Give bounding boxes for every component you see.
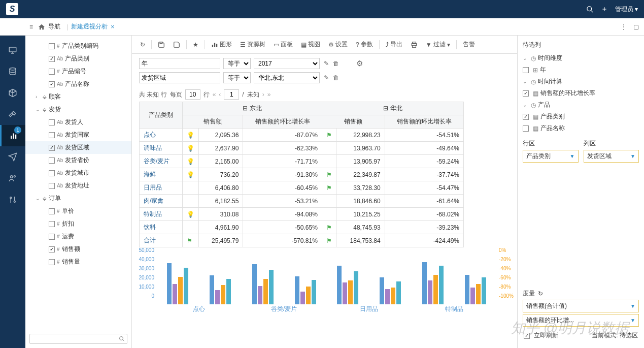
tree-search-input[interactable] [32, 335, 119, 342]
svg-point-9 [11, 176, 13, 178]
delete-icon[interactable]: 🗑 [333, 60, 339, 67]
pager-first-icon[interactable]: « [213, 91, 216, 98]
tree-item[interactable]: Ab产品名称 [25, 78, 131, 90]
edit-icon[interactable]: ✎ [324, 60, 329, 67]
tree-item[interactable]: Ab发货人 [25, 116, 131, 129]
tree-item[interactable]: #运费 [25, 230, 131, 243]
tree-item[interactable]: Ab产品类别 [25, 52, 131, 65]
pager-page-input[interactable] [224, 89, 239, 100]
delete-icon[interactable]: 🗑 [333, 74, 339, 81]
star-button[interactable]: ★ [190, 40, 201, 50]
sidebar-send-icon[interactable] [0, 146, 25, 168]
tree-item[interactable]: ›⬙顾客 [25, 90, 131, 103]
tree-item[interactable]: ⌄⬙订单 [25, 192, 131, 205]
alert-button[interactable]: 告警 [460, 39, 478, 50]
right-tree-item[interactable]: ▦销售额的环比增长率 [523, 87, 639, 99]
measure-item[interactable]: 销售额(合计值)▼ [523, 300, 639, 312]
filter1-op[interactable]: 等于 [223, 58, 251, 69]
filter2-value[interactable]: 华北,东北 [254, 72, 320, 83]
nav-link[interactable]: 导航 [48, 22, 60, 31]
print-button[interactable] [408, 40, 421, 50]
pager-perpage-input[interactable] [185, 89, 200, 100]
filter2-op[interactable]: 等于 [223, 72, 251, 83]
right-tree-item[interactable]: ⊞年 [523, 64, 639, 76]
tree-item[interactable]: ⌄⬙发货 [25, 103, 131, 116]
table-row: 饮料4,961.90-50.65%⚑48,745.93-39.23% [140, 221, 464, 234]
export-button[interactable]: ⤴导出 [383, 39, 405, 50]
sidebar-monitor-icon[interactable] [0, 40, 25, 61]
right-tree-item[interactable]: ▦产品类别 [523, 111, 639, 122]
tree-item[interactable]: #单价 [25, 205, 131, 217]
search-icon[interactable] [119, 336, 125, 342]
svg-line-1 [591, 10, 593, 12]
main-area: ↻ ★ 图形 ☰资源树 ▭面板 ▦视图 ⚙设置 ?参数 ⤴导出 ▼过滤 ▾ 告警… [132, 36, 517, 348]
col-zone-select[interactable]: 发货区域▼ [584, 150, 639, 163]
sidebar-users-icon[interactable] [0, 168, 25, 189]
logo: S [6, 3, 18, 15]
measure-item[interactable]: 销售额的环比增...▼ [523, 314, 639, 327]
sidebar-db-icon[interactable] [0, 61, 25, 82]
saveas-button[interactable] [170, 40, 183, 50]
tree-search[interactable] [29, 334, 127, 344]
home-icon[interactable] [38, 23, 45, 30]
sidebar-tools-icon[interactable] [0, 189, 25, 210]
panel-button[interactable]: ▭面板 [270, 39, 296, 50]
resource-tree-button[interactable]: ☰资源树 [237, 39, 268, 50]
search-icon[interactable] [586, 6, 594, 13]
menu-icon[interactable]: ≡ [29, 23, 33, 30]
data-table: 产品类别 ⊟ 东北 ⊟ 华北 销售额 销售额的环比增长率 销售额 销售额的环比增… [139, 102, 464, 247]
field-tree-panel: #产品类别编码Ab产品类别#产品编号Ab产品名称›⬙顾客⌄⬙发货Ab发货人Ab发… [25, 36, 132, 348]
region-header-1[interactable]: ⊟ 东北 [182, 102, 322, 115]
right-tree-item[interactable]: ⌄◷产品 [523, 99, 639, 111]
pager-next-icon[interactable]: › [262, 91, 264, 98]
tree-item[interactable]: Ab发货省份 [25, 154, 131, 167]
sidebar-cube-icon[interactable] [0, 82, 25, 104]
more-icon[interactable]: ⋮ [621, 23, 627, 30]
region-header-2[interactable]: ⊟ 华北 [322, 102, 463, 115]
tree-item[interactable]: #销售量 [25, 256, 131, 268]
tab-bar: ≡ 导航 | 新建透视分析 × ⋮ ▢ [0, 18, 644, 36]
close-tab-icon[interactable]: × [111, 23, 114, 30]
expand-icon[interactable]: ▢ [633, 23, 639, 30]
tree-item[interactable]: Ab发货区域 [25, 141, 131, 154]
plus-icon[interactable]: ＋ [601, 5, 608, 14]
graph-button[interactable]: 图形 [208, 39, 235, 50]
filter1-field[interactable] [139, 58, 220, 69]
tree-item[interactable]: #销售额 [25, 243, 131, 256]
refresh-button[interactable]: ↻ [137, 40, 148, 50]
edit-icon[interactable]: ✎ [324, 74, 329, 81]
right-tree-item[interactable]: ⌄◷时间维度 [523, 52, 639, 64]
auto-refresh-checkbox[interactable] [524, 333, 530, 339]
tree-item[interactable]: Ab发货国家 [25, 129, 131, 141]
svg-line-16 [123, 340, 124, 341]
active-tab[interactable]: 新建透视分析 [71, 22, 108, 31]
pager-last-icon[interactable]: » [267, 91, 271, 98]
svg-point-5 [10, 68, 16, 71]
tree-item[interactable]: #产品编号 [25, 65, 131, 78]
mode-label: 当前模式: 待选区 [592, 331, 638, 340]
svg-point-11 [10, 197, 12, 199]
row-zone-select[interactable]: 产品类别▼ [523, 150, 579, 163]
settings-button[interactable]: ⚙设置 [325, 39, 351, 50]
sidebar-hammer-icon[interactable] [0, 104, 25, 125]
params-button[interactable]: ?参数 [353, 39, 376, 50]
tree-item[interactable]: #产品类别编码 [25, 40, 131, 52]
tree-item[interactable]: Ab发货城市 [25, 167, 131, 179]
refresh-icon[interactable]: ↻ [538, 290, 543, 297]
sidebar-chart-icon[interactable]: 1 [0, 125, 25, 146]
right-tree-item[interactable]: ⌄◷时间计算 [523, 76, 639, 87]
right-tree-item[interactable]: ▦产品名称 [523, 122, 639, 134]
pager-prev-icon[interactable]: ‹ [219, 91, 221, 98]
filter-button[interactable]: ▼过滤 ▾ [423, 39, 453, 50]
save-button[interactable] [155, 40, 168, 50]
table-row: 海鲜💡736.20-91.30%⚑22,349.87-37.74% [140, 168, 464, 181]
view-button[interactable]: ▦视图 [298, 39, 323, 50]
svg-rect-7 [13, 134, 14, 139]
tree-item[interactable]: Ab发货地址 [25, 179, 131, 192]
filter1-value[interactable]: 2017 [254, 58, 320, 69]
admin-menu[interactable]: 管理员 ▾ [615, 5, 638, 14]
gear-icon[interactable]: ⚙ [356, 59, 363, 68]
tree-item[interactable]: #折扣 [25, 217, 131, 230]
filter2-field[interactable] [139, 72, 220, 83]
table-rowhead: 产品类别 [140, 102, 183, 129]
